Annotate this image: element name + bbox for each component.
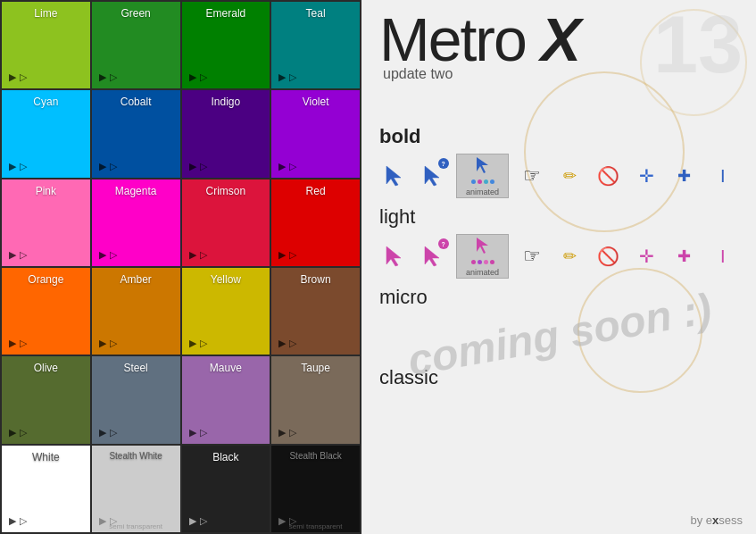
tile-label-orange: Orange [9, 273, 83, 286]
tile-label-white: White [9, 451, 83, 463]
cursor-arrow-icon [278, 158, 286, 172]
tile-label-teal: Teal [278, 7, 353, 20]
light-pen-cursor[interactable]: ✏ [554, 240, 586, 272]
color-tile-orange[interactable]: Orange [2, 268, 90, 355]
cursor-outline-icon [20, 158, 27, 172]
color-tile-black[interactable]: Black [182, 446, 270, 532]
color-tile-pink[interactable]: Pink [2, 179, 90, 266]
color-tile-magenta[interactable]: Magenta [92, 179, 180, 266]
svg-marker-0 [386, 166, 401, 186]
color-tile-cobalt[interactable]: Cobalt [92, 90, 180, 177]
tile-cursors [278, 246, 296, 261]
cursor-arrow-icon [9, 158, 16, 172]
cursor-outline-icon [289, 246, 296, 261]
bold-animated-cursor[interactable]: animated [456, 154, 510, 198]
tile-cursors [189, 513, 207, 527]
light-hand-cursor[interactable]: ☞ [516, 240, 547, 272]
bold-arrow-cursor[interactable] [379, 160, 411, 192]
tile-label-amber: Amber [99, 273, 173, 286]
color-tile-mauve[interactable]: Mauve [182, 356, 270, 443]
tile-cursors [189, 335, 207, 349]
cursor-outline-icon [110, 424, 117, 438]
tile-label-cobalt: Cobalt [99, 96, 173, 108]
color-tile-brown[interactable]: Brown [271, 268, 360, 355]
color-tile-red[interactable]: Red [271, 179, 360, 266]
tile-cursors [9, 335, 27, 349]
tile-label-green: Green [99, 7, 173, 20]
cursor-outline-icon [20, 69, 27, 83]
cursor-outline-icon [110, 69, 117, 83]
tile-cursors [189, 158, 207, 172]
color-tile-stealth-white[interactable]: Stealth White semi transparent [92, 446, 180, 532]
tile-label-magenta: Magenta [99, 185, 173, 197]
bold-no-cursor[interactable]: 🚫 [593, 160, 624, 192]
tile-cursors [99, 335, 117, 349]
cursor-outline-icon [200, 69, 207, 83]
color-tile-crimson[interactable]: Crimson [182, 179, 270, 266]
cursor-arrow-icon [99, 424, 106, 438]
bold-pen-cursor[interactable]: ✏ [554, 160, 586, 192]
cursor-outline-icon [200, 158, 207, 172]
tile-cursors [99, 158, 117, 172]
cursor-arrow-icon [278, 335, 286, 349]
color-tile-lime[interactable]: Lime [2, 2, 90, 88]
tile-label-pink: Pink [9, 185, 83, 197]
light-cross-cursor[interactable]: ✚ [669, 240, 701, 272]
light-move-cursor[interactable]: ✛ [631, 240, 662, 272]
color-tile-amber[interactable]: Amber [92, 268, 180, 355]
cursor-arrow-icon [9, 246, 16, 261]
section-micro: micro coming soon :) [379, 286, 738, 359]
color-tile-stealth-black[interactable]: Stealth Black semi transparent [271, 446, 360, 532]
tile-label-steel: Steel [99, 362, 173, 374]
light-ibeam-cursor[interactable]: I [707, 240, 738, 272]
semi-transparent-label: semi transparent [271, 522, 360, 530]
color-tile-yellow[interactable]: Yellow [182, 268, 270, 355]
svg-marker-5 [477, 238, 488, 254]
cursor-arrow-icon [189, 513, 196, 527]
cursor-arrow-icon [99, 158, 106, 172]
tile-cursors [99, 246, 117, 261]
cursor-outline-icon [110, 335, 117, 349]
color-tile-olive[interactable]: Olive [2, 356, 90, 443]
coming-soon-container: coming soon :) [379, 314, 738, 359]
tile-cursors [278, 69, 296, 83]
light-arrow-badge-cursor[interactable]: ? [418, 240, 449, 272]
color-tile-emerald[interactable]: Emerald [182, 2, 270, 88]
cursor-outline-icon [20, 513, 27, 527]
color-tile-teal[interactable]: Teal [271, 2, 360, 88]
color-tile-indigo[interactable]: Indigo [182, 90, 270, 177]
color-tile-white[interactable]: White [2, 446, 90, 532]
bold-arrow-badge-cursor[interactable]: ? [418, 160, 449, 192]
tile-cursors [278, 335, 296, 349]
cursor-sections: bold ? [379, 125, 738, 395]
tile-label-taupe: Taupe [278, 362, 353, 374]
light-arrow-cursor[interactable] [379, 240, 411, 272]
color-tile-violet[interactable]: Violet [271, 90, 360, 177]
tile-label-black: Black [189, 451, 263, 463]
cursor-outline-icon [110, 158, 117, 172]
bold-cursor-row: ? animated ☞ [379, 154, 738, 198]
bold-ibeam-cursor[interactable]: I [707, 160, 738, 192]
bold-hand-cursor[interactable]: ☞ [516, 160, 547, 192]
color-tile-taupe[interactable]: Taupe [271, 356, 360, 443]
light-no-cursor[interactable]: 🚫 [593, 240, 624, 272]
semi-transparent-label: semi transparent [92, 522, 180, 530]
cursor-outline-icon [289, 335, 296, 349]
color-tile-cyan[interactable]: Cyan [2, 90, 90, 177]
cursor-outline-icon [20, 246, 27, 261]
color-tile-green[interactable]: Green [92, 2, 180, 88]
cursor-outline-icon [200, 513, 207, 527]
cursor-arrow-icon [189, 246, 196, 261]
cursor-arrow-icon [189, 69, 196, 83]
bold-cross-cursor[interactable]: ✚ [669, 160, 701, 192]
cursor-outline-icon [200, 335, 207, 349]
tile-cursors [189, 69, 207, 83]
svg-marker-2 [477, 157, 488, 173]
color-tile-steel[interactable]: Steel [92, 356, 180, 443]
bold-move-cursor[interactable]: ✛ [631, 160, 662, 192]
tile-cursors [9, 69, 27, 83]
light-animated-cursor[interactable]: animated [456, 234, 510, 279]
tile-label-emerald: Emerald [189, 7, 263, 20]
section-light-title: light [379, 205, 738, 229]
light-cursor-row: ? animated ☞ [379, 234, 738, 279]
